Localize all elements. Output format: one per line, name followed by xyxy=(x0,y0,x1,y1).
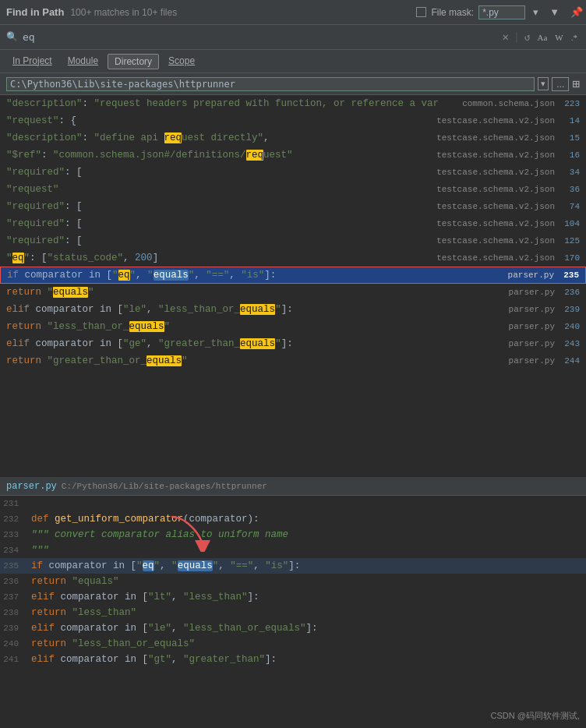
result-row[interactable]: return "greater_than_or_equals" parser.p… xyxy=(0,352,586,369)
toolbar-matches: 100+ matches in 10+ files xyxy=(70,7,177,18)
code-line: 237 elif comparator in ["lt", "less_than… xyxy=(0,589,586,605)
scope-icon[interactable]: ⊞ xyxy=(572,76,580,92)
result-row[interactable]: elif comparator in ["ge", "greater_than_… xyxy=(0,335,586,352)
result-row[interactable]: return "less_than_or_equals" parser.py 2… xyxy=(0,318,586,335)
result-row[interactable]: "required": [ testcase.schema.v2.json 10… xyxy=(0,215,586,232)
result-row[interactable]: "request" testcase.schema.v2.json 36 xyxy=(0,181,586,198)
code-area: 231 232 def get_uniform_comparator(compa… xyxy=(0,496,586,728)
result-row[interactable]: "description": "request headers prepared… xyxy=(0,95,586,112)
code-line: 233 """ convert comparator alias to unif… xyxy=(0,527,586,542)
match-case-btn[interactable]: Aa xyxy=(535,32,550,43)
filemask-dropdown-btn[interactable]: ▾ xyxy=(530,5,542,19)
search-icon: 🔍 xyxy=(6,31,18,43)
toolbar-title: Find in Path xyxy=(6,6,64,18)
filter-icon[interactable]: ▼ xyxy=(546,5,563,19)
toolbar: Find in Path 100+ matches in 10+ files F… xyxy=(0,0,586,25)
tab-directory[interactable]: Directory xyxy=(108,54,159,69)
code-line: 231 xyxy=(0,496,586,511)
preview-header: parser.py C:/Python36/Lib/site-packages/… xyxy=(0,477,586,496)
result-row[interactable]: return "equals" parser.py 236 xyxy=(0,284,586,301)
whole-word-btn[interactable]: W xyxy=(552,32,565,43)
result-row[interactable]: "required": [ testcase.schema.v2.json 74 xyxy=(0,198,586,215)
result-row[interactable]: "request": { testcase.schema.v2.json 14 xyxy=(0,112,586,129)
watermark: CSDN @码同软件测试, xyxy=(491,710,580,722)
tab-scope[interactable]: Scope xyxy=(162,54,201,69)
refresh-icon[interactable]: ↺ xyxy=(524,31,531,44)
path-row: ▾ ... ⊞ xyxy=(0,73,586,95)
result-row[interactable]: "required": [ testcase.schema.v2.json 12… xyxy=(0,232,586,249)
path-more-btn[interactable]: ... xyxy=(552,77,569,91)
result-row-selected[interactable]: if comparator in ["eq", "equals", "==", … xyxy=(0,267,586,284)
code-line: 234 """ xyxy=(0,542,586,558)
code-line: 236 return "equals" xyxy=(0,574,586,589)
code-line: 239 elif comparator in ["le", "less_than… xyxy=(0,620,586,636)
result-row[interactable]: "required": [ testcase.schema.v2.json 34 xyxy=(0,164,586,181)
result-row[interactable]: elif comparator in ["le", "less_than_or_… xyxy=(0,301,586,318)
code-line: 241 elif comparator in ["gt", "greater_t… xyxy=(0,652,586,667)
filemask-input[interactable] xyxy=(478,5,525,19)
directory-path-input[interactable] xyxy=(6,77,535,91)
filemask-checkbox[interactable] xyxy=(416,7,426,17)
regex-btn[interactable]: .* xyxy=(569,32,580,43)
tabs-row: In Project Module Directory Scope xyxy=(0,50,586,73)
search-row: 🔍 ✕ | ↺ Aa W .* xyxy=(0,25,586,50)
preview-path: C:/Python36/Lib/site-packages/httprunner xyxy=(62,482,267,491)
tab-in-project[interactable]: In Project xyxy=(6,54,58,69)
result-row[interactable]: "$ref": "common.schema.json#/definitions… xyxy=(0,147,586,164)
code-line: 238 return "less_than" xyxy=(0,605,586,620)
result-row[interactable]: "eq": ["status_code", 200] testcase.sche… xyxy=(0,249,586,267)
clear-icon[interactable]: ✕ xyxy=(502,30,508,44)
search-input[interactable] xyxy=(23,31,497,43)
results-panel[interactable]: "description": "request headers prepared… xyxy=(0,95,586,477)
filemask-label: File mask: xyxy=(431,7,474,18)
tab-module[interactable]: Module xyxy=(62,54,104,69)
code-line-highlighted: 235 if comparator in ["eq", "equals", "=… xyxy=(0,558,586,574)
path-dropdown-btn[interactable]: ▾ xyxy=(538,77,549,90)
code-line: 232 def get_uniform_comparator(comparato… xyxy=(0,511,586,527)
preview-filename: parser.py xyxy=(6,481,57,492)
pin-icon[interactable]: 📌 xyxy=(567,5,586,19)
result-row[interactable]: "description": "define api request direc… xyxy=(0,129,586,147)
code-line: 240 return "less_than_or_equals" xyxy=(0,636,586,652)
